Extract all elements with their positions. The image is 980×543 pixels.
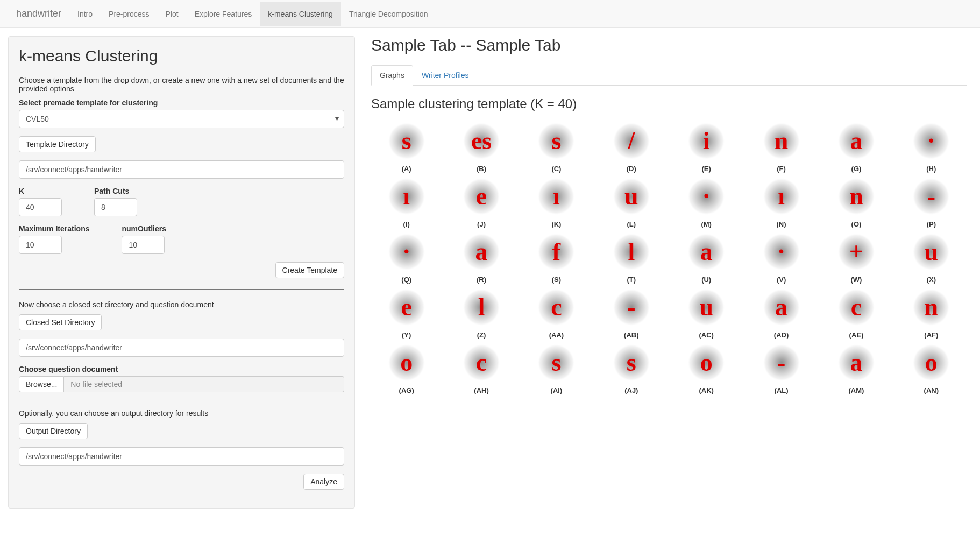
cluster-image: - <box>910 175 953 218</box>
cluster-label: (Q) <box>371 276 442 284</box>
cluster-label: (B) <box>446 165 516 173</box>
sidebar-panel: k-means Clustering Choose a template fro… <box>8 36 355 509</box>
cluster-label: (W) <box>821 276 891 284</box>
cluster-label: (J) <box>446 220 516 228</box>
cluster-cell: ·(M) <box>671 175 742 228</box>
cluster-image: o <box>385 341 428 384</box>
cluster-cell: /(D) <box>596 119 666 173</box>
nav-item-pre-process[interactable]: Pre-process <box>101 2 157 26</box>
cluster-label: (AD) <box>746 331 816 339</box>
cluster-label: (AL) <box>746 386 816 394</box>
cluster-image: a <box>835 341 878 384</box>
cluster-cell: -(P) <box>896 175 967 228</box>
cluster-cell: s(C) <box>521 119 592 173</box>
cluster-image: es <box>460 119 503 163</box>
divider <box>19 289 344 290</box>
tab-graphs[interactable]: Graphs <box>371 65 413 86</box>
cluster-image: · <box>385 230 428 273</box>
create-template-button[interactable]: Create Template <box>275 262 344 278</box>
browse-button[interactable]: Browse... <box>19 376 64 392</box>
tab-writer-profiles[interactable]: Writer Profiles <box>413 65 478 86</box>
nav-item-triangle-decomposition[interactable]: Triangle Decomposition <box>341 2 436 26</box>
cluster-cell: n(O) <box>821 175 891 228</box>
cluster-image: o <box>685 341 728 384</box>
cluster-label: (R) <box>446 276 516 284</box>
analyze-button[interactable]: Analyze <box>303 474 344 490</box>
output-directory-input[interactable] <box>19 447 344 466</box>
cluster-cell: ·(V) <box>746 230 816 284</box>
template-directory-input[interactable] <box>19 160 344 179</box>
closed-set-text: Now choose a closed set directory and qu… <box>19 300 344 309</box>
cluster-cell: ·(H) <box>896 119 967 173</box>
cluster-label: (K) <box>521 220 592 228</box>
output-directory-button[interactable]: Output Directory <box>19 423 88 439</box>
cluster-label: (X) <box>896 276 967 284</box>
cluster-label: (AJ) <box>596 386 666 394</box>
closed-set-directory-button[interactable]: Closed Set Directory <box>19 314 102 330</box>
closed-set-directory-input[interactable] <box>19 339 344 357</box>
cluster-image: n <box>910 286 953 329</box>
cluster-image: ı <box>535 175 578 218</box>
cluster-label: (AK) <box>671 386 742 394</box>
cluster-cell: a(R) <box>446 230 516 284</box>
template-directory-button[interactable]: Template Directory <box>19 136 96 152</box>
cluster-cell: f(S) <box>521 230 592 284</box>
nav-item-intro[interactable]: Intro <box>69 2 101 26</box>
cluster-image: · <box>685 175 728 218</box>
cluster-label: (AG) <box>371 386 442 394</box>
cluster-label: (AA) <box>521 331 592 339</box>
nav-item-explore-features[interactable]: Explore Features <box>187 2 260 26</box>
question-doc-label: Choose question document <box>19 365 344 373</box>
cluster-image: - <box>760 341 803 384</box>
cluster-cell: o(AN) <box>896 341 967 394</box>
navbar: handwriter IntroPre-processPlotExplore F… <box>0 0 980 28</box>
nav-item-plot[interactable]: Plot <box>158 2 187 26</box>
cluster-image: u <box>910 230 953 273</box>
numoutliers-label: numOutliers <box>122 224 166 233</box>
cluster-label: (L) <box>596 220 666 228</box>
content-title: Sample Tab -- Sample Tab <box>371 36 967 54</box>
cluster-image: c <box>835 286 878 329</box>
cluster-image: · <box>760 230 803 273</box>
cluster-label: (E) <box>671 165 742 173</box>
cluster-cell: u(L) <box>596 175 666 228</box>
k-input[interactable] <box>19 198 62 216</box>
cluster-image: a <box>460 230 503 273</box>
nav-item-k-means-clustering[interactable]: k-means Clustering <box>260 2 341 26</box>
cluster-cell: o(AG) <box>371 341 442 394</box>
cluster-image: a <box>685 230 728 273</box>
cluster-cell: +(W) <box>821 230 891 284</box>
cluster-cell: ı(I) <box>371 175 442 228</box>
cluster-label: (P) <box>896 220 967 228</box>
cluster-cell: a(G) <box>821 119 891 173</box>
cluster-cell: c(AH) <box>446 341 516 394</box>
cluster-cell: n(F) <box>746 119 816 173</box>
numoutliers-input[interactable] <box>122 236 165 254</box>
cluster-cell: ı(K) <box>521 175 592 228</box>
cluster-label: (AF) <box>896 331 967 339</box>
navbar-brand[interactable]: handwriter <box>8 0 69 27</box>
cluster-cell: ·(Q) <box>371 230 442 284</box>
cluster-image: e <box>460 175 503 218</box>
cluster-image: e <box>385 286 428 329</box>
cluster-cell: a(AD) <box>746 286 816 339</box>
cluster-image: l <box>460 286 503 329</box>
maxiter-input[interactable] <box>19 236 62 254</box>
pathcuts-input[interactable] <box>94 198 137 216</box>
cluster-image: u <box>610 175 653 218</box>
cluster-cell: i(E) <box>671 119 742 173</box>
cluster-label: (T) <box>596 276 666 284</box>
content-tabs: GraphsWriter Profiles <box>371 65 967 86</box>
cluster-label: (O) <box>821 220 891 228</box>
cluster-label: (Y) <box>371 331 442 339</box>
cluster-image: s <box>610 341 653 384</box>
cluster-cell: l(T) <box>596 230 666 284</box>
cluster-image: a <box>760 286 803 329</box>
cluster-label: (H) <box>896 165 967 173</box>
main-content: Sample Tab -- Sample Tab GraphsWriter Pr… <box>366 36 972 509</box>
cluster-cell: -(AL) <box>746 341 816 394</box>
template-select[interactable]: CVL50 <box>19 110 344 128</box>
cluster-cell: u(AC) <box>671 286 742 339</box>
cluster-label: (AN) <box>896 386 967 394</box>
cluster-image: n <box>835 175 878 218</box>
